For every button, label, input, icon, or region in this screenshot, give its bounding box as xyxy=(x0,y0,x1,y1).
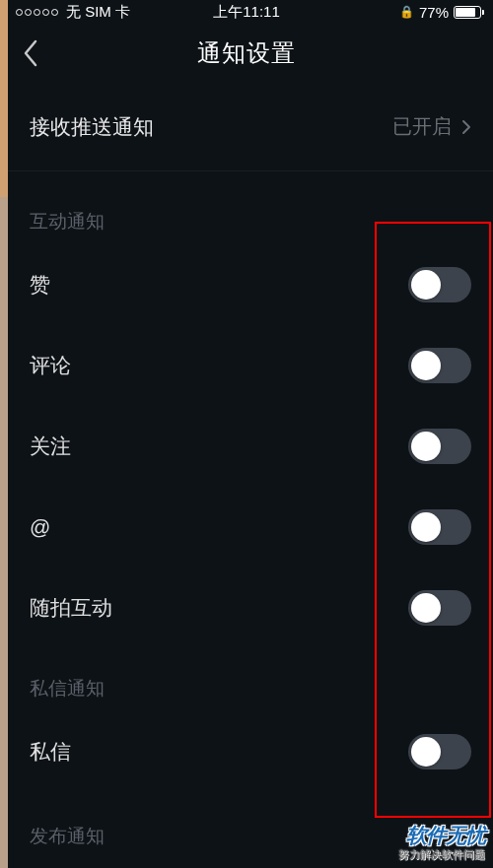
setting-row-like: 赞 xyxy=(8,244,493,325)
back-button[interactable] xyxy=(22,38,39,68)
setting-row-follow: 关注 xyxy=(8,406,493,487)
setting-label-mention: @ xyxy=(30,515,50,539)
section-header-dm: 私信通知 xyxy=(8,648,493,711)
toggle-like[interactable] xyxy=(408,267,471,302)
carrier-label: 无 SIM 卡 xyxy=(66,3,130,22)
battery-icon xyxy=(454,6,481,19)
status-bar: 无 SIM 卡 上午11:11 🔒 77% xyxy=(0,0,493,24)
toggle-comment[interactable] xyxy=(408,348,471,383)
nav-bar: 通知设置 xyxy=(0,24,493,83)
toggle-dm[interactable] xyxy=(408,734,471,769)
status-left: 无 SIM 卡 xyxy=(16,3,130,22)
push-value-container: 已开启 xyxy=(392,113,471,140)
push-label: 接收推送通知 xyxy=(30,113,154,141)
chevron-right-icon xyxy=(461,119,471,135)
setting-row-suipai: 随拍互动 xyxy=(8,568,493,648)
setting-row-dm: 私信 xyxy=(8,711,493,792)
battery-pct: 77% xyxy=(419,4,449,21)
setting-label-like: 赞 xyxy=(30,271,50,299)
setting-row-comment: 评论 xyxy=(8,325,493,406)
toggle-follow[interactable] xyxy=(408,429,471,464)
setting-label-suipai: 随拍互动 xyxy=(30,594,112,622)
toggle-suipai[interactable] xyxy=(408,590,471,626)
watermark-main: 软件无忧 xyxy=(398,822,485,849)
watermark-sub: 努力解决软件问题 xyxy=(398,847,485,862)
setting-label-follow: 关注 xyxy=(30,433,71,460)
status-right: 🔒 77% xyxy=(399,4,481,21)
page-title: 通知设置 xyxy=(0,37,493,69)
toggle-mention[interactable] xyxy=(408,509,471,545)
watermark: 软件无忧 努力解决软件问题 xyxy=(394,820,489,864)
section-header-interactive: 互动通知 xyxy=(8,181,493,244)
setting-label-comment: 评论 xyxy=(30,352,71,379)
setting-row-mention: @ xyxy=(8,487,493,568)
push-value: 已开启 xyxy=(392,113,452,140)
lock-icon: 🔒 xyxy=(399,5,414,19)
setting-label-dm: 私信 xyxy=(30,738,71,766)
status-time: 上午11:11 xyxy=(213,3,280,22)
push-notification-row[interactable]: 接收推送通知 已开启 xyxy=(8,83,493,171)
chevron-left-icon xyxy=(22,38,39,68)
